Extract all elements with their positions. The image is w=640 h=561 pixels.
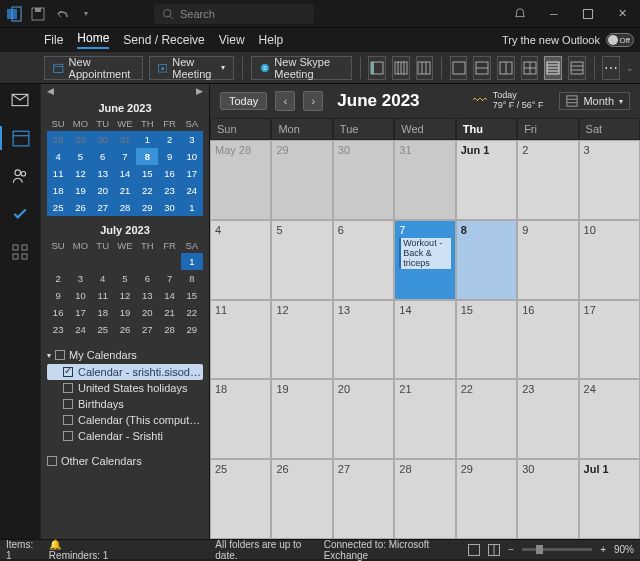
mini-day-cell[interactable]: 12 xyxy=(69,165,91,182)
mini-day-cell[interactable]: 2 xyxy=(47,270,69,287)
mini-day-cell[interactable]: 22 xyxy=(136,182,158,199)
qat-dropdown-icon[interactable]: ▾ xyxy=(78,6,94,22)
mini-day-cell[interactable]: 31 xyxy=(114,131,136,148)
search-box[interactable]: Search xyxy=(154,4,314,24)
zoom-slider[interactable] xyxy=(522,548,592,551)
mini-day-cell[interactable]: 3 xyxy=(181,131,203,148)
mini-day-cell[interactable]: 9 xyxy=(158,148,180,165)
view-normal-icon[interactable] xyxy=(468,544,480,556)
weather-widget[interactable]: 〰 Today79° F / 56° F xyxy=(473,91,544,111)
mini-day-cell[interactable]: 29 xyxy=(69,131,91,148)
grid-cell[interactable]: 16 xyxy=(517,300,578,380)
new-meeting-button[interactable]: New Meeting ▾ xyxy=(149,56,234,80)
mini-day-cell[interactable]: 20 xyxy=(92,182,114,199)
mini-day-cell[interactable] xyxy=(47,253,69,270)
mini-day-cell[interactable]: 6 xyxy=(92,148,114,165)
other-calendars-header[interactable]: Other Calendars xyxy=(47,452,203,470)
grid-cell[interactable]: 18 xyxy=(210,379,271,459)
mini-day-cell[interactable]: 5 xyxy=(69,148,91,165)
close-button[interactable]: ✕ xyxy=(610,4,634,24)
mini-day-cell[interactable]: 29 xyxy=(136,199,158,216)
grid-cell[interactable]: 4 xyxy=(210,220,271,300)
grid-cell[interactable]: 29 xyxy=(271,140,332,220)
view-workweek-button[interactable] xyxy=(392,56,410,80)
grid-cell[interactable]: 30 xyxy=(333,140,394,220)
mini-day-cell[interactable]: 26 xyxy=(114,321,136,338)
status-reminders[interactable]: 🔔 Reminders: 1 xyxy=(49,539,113,561)
calendar-tree-item[interactable]: Calendar (This computer... xyxy=(47,412,203,428)
calendar-tree-item[interactable]: Calendar - Srishti xyxy=(47,428,203,444)
maximize-button[interactable] xyxy=(576,4,600,24)
mini-day-cell[interactable]: 23 xyxy=(158,182,180,199)
mini-day-cell[interactable] xyxy=(92,253,114,270)
try-new-outlook[interactable]: Try the new Outlook Off xyxy=(502,33,634,47)
grid-cell[interactable]: 24 xyxy=(579,379,640,459)
mini-day-cell[interactable]: 11 xyxy=(92,287,114,304)
grid-cell[interactable]: 11 xyxy=(210,300,271,380)
menu-file[interactable]: File xyxy=(44,33,63,47)
mini-day-cell[interactable]: 22 xyxy=(181,304,203,321)
grid-cell[interactable]: May 28 xyxy=(210,140,271,220)
grid-cell[interactable]: 27 xyxy=(333,459,394,539)
mini-day-cell[interactable]: 27 xyxy=(136,321,158,338)
mini-day-cell[interactable]: 25 xyxy=(92,321,114,338)
view-week-button[interactable] xyxy=(416,56,434,80)
grid-cell[interactable]: 25 xyxy=(210,459,271,539)
calendar-tree-item[interactable]: Birthdays xyxy=(47,396,203,412)
grid-cell[interactable]: 13 xyxy=(333,300,394,380)
grid-cell[interactable]: 14 xyxy=(394,300,455,380)
mini-day-cell[interactable] xyxy=(158,253,180,270)
mini-day-cell[interactable]: 8 xyxy=(136,148,158,165)
grid-cell[interactable]: 6 xyxy=(333,220,394,300)
mini-day-cell[interactable]: 24 xyxy=(181,182,203,199)
mini-day-cell[interactable]: 27 xyxy=(92,199,114,216)
zoom-out-button[interactable]: − xyxy=(508,544,514,555)
ribbon-collapse-icon[interactable]: ⌄ xyxy=(626,63,634,73)
grid-cell[interactable]: 21 xyxy=(394,379,455,459)
mini-day-cell[interactable]: 4 xyxy=(47,148,69,165)
checkbox-icon[interactable] xyxy=(63,383,73,393)
mini-day-cell[interactable]: 5 xyxy=(114,270,136,287)
mini-day-cell[interactable]: 28 xyxy=(114,199,136,216)
grid-cell[interactable]: 15 xyxy=(456,300,517,380)
menu-sendrecv[interactable]: Send / Receive xyxy=(123,33,204,47)
mini-day-cell[interactable]: 20 xyxy=(136,304,158,321)
layout-folder-button[interactable] xyxy=(497,56,515,80)
mini-day-cell[interactable]: 18 xyxy=(92,304,114,321)
mini-day-cell[interactable]: 10 xyxy=(69,287,91,304)
grid-cell[interactable]: 10 xyxy=(579,220,640,300)
mini-day-cell[interactable]: 12 xyxy=(114,287,136,304)
mini-day-cell[interactable] xyxy=(69,253,91,270)
grid-cell[interactable]: 7Workout - Back & triceps xyxy=(394,220,455,300)
try-toggle[interactable]: Off xyxy=(606,33,634,47)
next-period-button[interactable]: › xyxy=(303,91,323,111)
mini-day-cell[interactable] xyxy=(136,253,158,270)
grid-cell[interactable]: 30 xyxy=(517,459,578,539)
mini-day-cell[interactable]: 15 xyxy=(136,165,158,182)
grid-cell[interactable]: 19 xyxy=(271,379,332,459)
zoom-in-button[interactable]: + xyxy=(600,544,606,555)
grid-cell[interactable]: 12 xyxy=(271,300,332,380)
grid-cell[interactable]: 3 xyxy=(579,140,640,220)
mini-day-cell[interactable]: 21 xyxy=(158,304,180,321)
mini-day-cell[interactable]: 1 xyxy=(136,131,158,148)
mini-day-cell[interactable]: 16 xyxy=(47,304,69,321)
grid-cell[interactable]: 26 xyxy=(271,459,332,539)
today-button[interactable]: Today xyxy=(220,92,267,110)
layout-reading-button[interactable] xyxy=(473,56,491,80)
checkbox-icon[interactable] xyxy=(47,456,57,466)
checkbox-icon[interactable] xyxy=(63,399,73,409)
layout-normal-button[interactable] xyxy=(450,56,468,80)
my-calendars-header[interactable]: ▾My Calendars xyxy=(47,346,203,364)
tasks-tab[interactable] xyxy=(8,202,32,226)
mini-prev-icon[interactable]: ◀ xyxy=(47,86,54,96)
mail-tab[interactable] xyxy=(8,88,32,112)
notification-icon[interactable] xyxy=(508,4,532,24)
mini-day-cell[interactable]: 24 xyxy=(69,321,91,338)
mini-day-cell[interactable]: 23 xyxy=(47,321,69,338)
calendar-event[interactable]: Workout - Back & triceps xyxy=(399,238,450,270)
mini-day-cell[interactable] xyxy=(114,253,136,270)
view-day-button[interactable] xyxy=(368,56,386,80)
checkbox-icon[interactable] xyxy=(63,367,73,377)
mini-day-cell[interactable]: 18 xyxy=(47,182,69,199)
